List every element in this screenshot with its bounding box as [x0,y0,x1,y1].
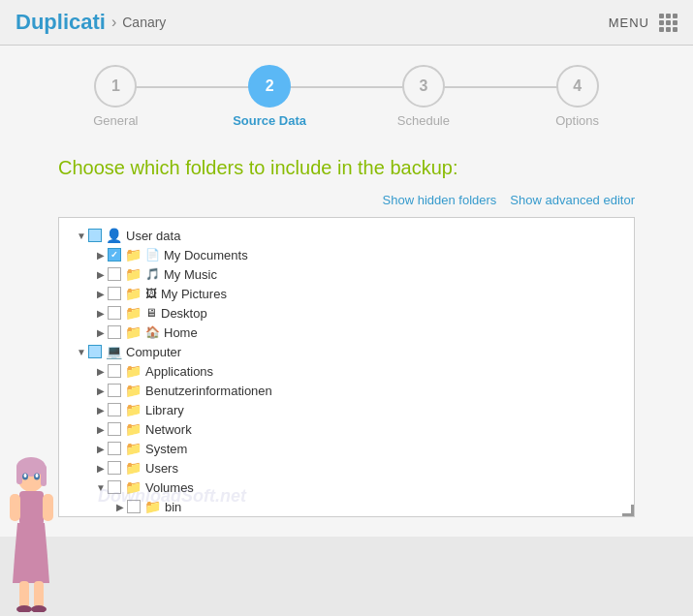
label-system: System [145,442,187,456]
tree-item-network[interactable]: ▶ 📁 Network [65,419,628,439]
checkbox-benutzer[interactable] [108,384,121,397]
toggle-applications[interactable]: ▶ [94,366,108,377]
icon-network-folder: 📁 [125,421,142,437]
icon-bin-folder: 📁 [144,499,161,514]
label-mypictures: My Pictures [161,287,227,301]
checkbox-home[interactable] [108,325,121,339]
icon-users-folder: 📁 [125,460,142,476]
toggle-userdata[interactable]: ▼ [75,231,88,241]
checkbox-system[interactable] [108,442,121,455]
svg-rect-11 [19,581,29,608]
grid-menu-icon[interactable] [659,14,677,32]
svg-rect-12 [34,581,44,608]
checkbox-library[interactable] [108,403,121,416]
icon-desktop-screen: 🖥 [145,306,157,320]
label-mydocs: My Documents [164,248,248,262]
step-3-label: Schedule [397,113,450,128]
tree-item-system[interactable]: ▶ 📁 System [65,439,628,458]
tree-panel[interactable]: ▼ 👤 User data ▶ ✓ 📁 📄 My Documents ▶ 📁 [58,217,635,517]
menu-label[interactable]: MENU [609,15,649,30]
toggle-system[interactable]: ▶ [94,444,108,454]
header-subtitle: Canary [122,15,166,30]
main-content: 1 General 2 Source Data 3 Schedule 4 Opt… [0,46,693,537]
label-network: Network [145,422,192,437]
icon-userdata: 👤 [106,228,122,243]
header-right: MENU [609,14,677,32]
step-4[interactable]: 4 Options [500,65,654,128]
section-title: Choose which folders to include in the b… [58,157,635,179]
toggle-computer[interactable]: ▼ [75,347,88,357]
toggle-volumes[interactable]: ▼ [94,482,108,493]
resize-handle[interactable] [622,505,634,516]
show-hidden-link[interactable]: Show hidden folders [383,193,497,207]
checkbox-mydocs[interactable]: ✓ [108,248,121,262]
toggle-mymusic[interactable]: ▶ [94,269,108,280]
checkbox-volumes[interactable] [108,480,121,494]
header-arrow: › [111,14,116,31]
label-computer: Computer [126,345,181,359]
step-4-label: Options [555,113,599,128]
label-mymusic: My Music [164,267,217,282]
tree-item-home[interactable]: ▶ 📁 🏠 Home [65,323,628,342]
step-2[interactable]: 2 Source Data [193,65,347,128]
tree-item-benutzer[interactable]: ▶ 📁 Benutzerinformationen [65,381,628,400]
label-bin: bin [165,500,181,514]
icon-mydocs-folder: 📁 [125,247,142,262]
label-users: Users [145,461,178,476]
toggle-mypictures[interactable]: ▶ [94,289,108,299]
label-applications: Applications [145,364,213,379]
icon-system-folder: 📁 [125,441,142,456]
checkbox-userdata[interactable] [88,229,102,242]
icon-volumes-folder: 📁 [125,479,142,495]
tree-item-desktop[interactable]: ▶ 📁 🖥 Desktop [65,303,628,323]
icon-home-folder: 📁 [125,324,142,340]
icon-mymusic-note: 🎵 [145,267,160,281]
step-1[interactable]: 1 General [39,65,193,128]
icon-mypictures-img: 🖼 [145,287,157,300]
tree-item-mydocs[interactable]: ▶ ✓ 📁 📄 My Documents [65,245,628,264]
icon-applications-folder: 📁 [125,363,142,379]
step-4-circle: 4 [556,65,599,108]
checkbox-users[interactable] [108,461,121,475]
tree-item-mypictures[interactable]: ▶ 📁 🖼 My Pictures [65,284,628,303]
tree-item-computer[interactable]: ▼ 💻 Computer [65,342,628,361]
checkbox-desktop[interactable] [108,306,121,320]
icon-mypictures-folder: 📁 [125,286,142,301]
toggle-mydocs[interactable]: ▶ [94,250,108,261]
tree-item-users[interactable]: ▶ 📁 Users [65,458,628,477]
tree-item-bin[interactable]: ▶ 📁 bin [65,497,628,516]
show-advanced-link[interactable]: Show advanced editor [510,193,635,207]
tree-item-library[interactable]: ▶ 📁 Library [65,400,628,419]
tree-item-userdata[interactable]: ▼ 👤 User data [65,226,628,245]
toggle-desktop[interactable]: ▶ [94,308,108,319]
header: Duplicati › Canary MENU [0,0,693,46]
step-3-circle: 3 [402,65,445,108]
checkbox-bin[interactable] [127,500,141,513]
svg-point-13 [16,605,32,612]
step-2-circle: 2 [248,65,291,108]
checkbox-network[interactable] [108,422,121,436]
label-benutzer: Benutzerinformationen [145,384,272,398]
step-1-label: General [93,113,138,128]
step-3[interactable]: 3 Schedule [347,65,501,128]
toggle-library[interactable]: ▶ [94,405,108,416]
icon-mymusic-folder: 📁 [125,266,142,282]
checkbox-applications[interactable] [108,364,121,378]
icon-desktop-folder: 📁 [125,305,142,321]
toggle-bin[interactable]: ▶ [113,502,127,512]
label-userdata: User data [126,229,180,243]
label-desktop: Desktop [161,306,207,321]
toggle-network[interactable]: ▶ [94,424,108,435]
tree-item-volumes[interactable]: ▼ 📁 Volumes [65,477,628,497]
label-volumes: Volumes [145,480,194,495]
icon-mydocs-doc: 📄 [145,248,160,262]
checkbox-mypictures[interactable] [108,287,121,300]
toggle-users[interactable]: ▶ [94,463,108,474]
toggle-benutzer[interactable]: ▶ [94,385,108,396]
checkbox-computer[interactable] [88,345,102,358]
tree-item-mymusic[interactable]: ▶ 📁 🎵 My Music [65,264,628,284]
tree-item-applications[interactable]: ▶ 📁 Applications [65,361,628,381]
toggle-home[interactable]: ▶ [94,327,108,338]
svg-point-14 [31,605,47,612]
checkbox-mymusic[interactable] [108,267,121,281]
